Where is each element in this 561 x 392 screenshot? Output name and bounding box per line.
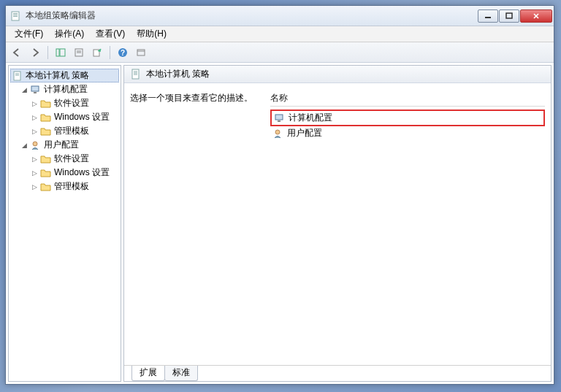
svg-rect-16	[137, 50, 145, 55]
expand-icon[interactable]: ▷	[31, 182, 39, 191]
tree-admin-templates[interactable]: ▷ 管理模板	[10, 124, 119, 138]
svg-rect-1	[13, 13, 18, 14]
svg-rect-18	[14, 72, 20, 80]
tree-windows-settings[interactable]: ▷ Windows 设置	[10, 166, 119, 180]
maximize-button[interactable]	[499, 9, 519, 23]
folder-icon	[40, 154, 52, 164]
details-header: 本地计算机 策略	[124, 66, 551, 83]
svg-rect-5	[506, 13, 512, 18]
tree-pane[interactable]: 本地计算机 策略 ◢ 计算机配置 ▷ 软件设置 ▷ Windows 设置	[8, 65, 121, 382]
properties-button[interactable]	[71, 45, 87, 61]
folder-icon	[40, 182, 52, 192]
list-item-label: 计算机配置	[289, 112, 332, 124]
window-title: 本地组策略编辑器	[26, 9, 478, 22]
menu-view[interactable]: 查看(V)	[90, 26, 131, 42]
folder-icon	[40, 99, 52, 109]
user-icon	[30, 140, 42, 150]
collapse-icon[interactable]: ◢	[20, 141, 28, 149]
folder-icon	[40, 112, 52, 123]
svg-text:?: ?	[121, 49, 125, 57]
help-button[interactable]: ?	[115, 45, 131, 61]
svg-rect-22	[34, 92, 37, 93]
toolbar-separator	[47, 46, 48, 59]
svg-point-23	[33, 142, 37, 146]
svg-rect-2	[13, 15, 18, 15]
details-title: 本地计算机 策略	[146, 68, 210, 80]
tree-label: Windows 设置	[54, 111, 110, 123]
tree-label: 管理模板	[54, 125, 89, 137]
column-header-name[interactable]: 名称	[270, 92, 545, 107]
app-window: 本地组策略编辑器 文件(F) 操作(A) 查看(V) 帮助(H) ? 本地计算机…	[5, 5, 554, 385]
document-icon	[12, 71, 23, 81]
details-pane: 本地计算机 策略 选择一个项目来查看它的描述。 名称 计算机配置 用户配置	[123, 65, 552, 382]
toolbar-separator	[110, 46, 110, 59]
list-item-computer-config[interactable]: 计算机配置	[270, 109, 545, 126]
menu-help[interactable]: 帮助(H)	[131, 26, 172, 42]
expand-icon[interactable]: ▷	[31, 155, 39, 163]
svg-point-30	[275, 130, 280, 134]
tree-label: 用户配置	[44, 139, 79, 151]
export-button[interactable]	[89, 45, 105, 61]
expand-icon[interactable]: ▷	[31, 99, 39, 107]
description-pane: 选择一个项目来查看它的描述。	[130, 92, 262, 359]
menubar: 文件(F) 操作(A) 查看(V) 帮助(H)	[6, 26, 554, 42]
folder-icon	[40, 126, 52, 137]
collapse-icon[interactable]: ◢	[20, 85, 28, 93]
computer-icon	[274, 113, 286, 123]
svg-rect-28	[275, 115, 283, 120]
tree-software-settings[interactable]: ▷ 软件设置	[10, 152, 119, 166]
minimize-button[interactable]	[478, 9, 498, 23]
back-button[interactable]	[9, 45, 25, 61]
details-body: 选择一个项目来查看它的描述。 名称 计算机配置 用户配置	[124, 83, 551, 365]
folder-icon	[40, 168, 52, 178]
app-icon	[10, 10, 22, 22]
tab-standard[interactable]: 标准	[164, 366, 198, 381]
list-item-user-config[interactable]: 用户配置	[270, 126, 545, 140]
computer-icon	[30, 85, 42, 95]
user-icon	[272, 128, 284, 139]
description-text: 选择一个项目来查看它的描述。	[130, 92, 262, 104]
content-area: 本地计算机 策略 ◢ 计算机配置 ▷ 软件设置 ▷ Windows 设置	[6, 63, 554, 384]
tree-admin-templates[interactable]: ▷ 管理模板	[10, 180, 119, 193]
tree-root-label: 本地计算机 策略	[26, 69, 89, 82]
svg-rect-21	[31, 86, 39, 91]
menu-action[interactable]: 操作(A)	[49, 26, 90, 42]
svg-rect-8	[56, 49, 59, 56]
expand-icon[interactable]: ▷	[31, 113, 39, 121]
tree-computer-config[interactable]: ◢ 计算机配置	[10, 82, 119, 96]
tree-label: Windows 设置	[54, 166, 110, 179]
titlebar[interactable]: 本地组策略编辑器	[6, 6, 554, 26]
menu-file[interactable]: 文件(F)	[9, 26, 49, 42]
tab-strip: 扩展 标准	[124, 365, 551, 381]
list-item-label: 用户配置	[287, 127, 322, 139]
expand-icon[interactable]: ▷	[31, 127, 39, 135]
tree-software-settings[interactable]: ▷ 软件设置	[10, 96, 119, 110]
tree-root[interactable]: 本地计算机 策略	[10, 69, 119, 82]
filter-button[interactable]	[133, 45, 149, 61]
tree-windows-settings[interactable]: ▷ Windows 设置	[10, 110, 119, 124]
document-icon	[130, 69, 142, 80]
forward-button[interactable]	[27, 45, 43, 61]
close-button[interactable]	[520, 9, 552, 23]
svg-rect-9	[60, 49, 65, 56]
show-tree-button[interactable]	[53, 45, 69, 61]
expand-icon[interactable]: ▷	[31, 169, 39, 177]
tree-label: 计算机配置	[44, 83, 88, 96]
tree-label: 软件设置	[54, 153, 89, 165]
svg-rect-3	[13, 16, 18, 17]
tree-label: 软件设置	[54, 97, 89, 109]
tree-user-config[interactable]: ◢ 用户配置	[10, 138, 119, 152]
list-pane[interactable]: 名称 计算机配置 用户配置	[270, 92, 545, 359]
toolbar: ?	[6, 42, 554, 63]
tab-extended[interactable]: 扩展	[131, 366, 165, 381]
svg-rect-29	[278, 120, 280, 122]
window-buttons	[478, 9, 552, 23]
tree-label: 管理模板	[54, 180, 89, 193]
svg-rect-4	[485, 17, 491, 18]
